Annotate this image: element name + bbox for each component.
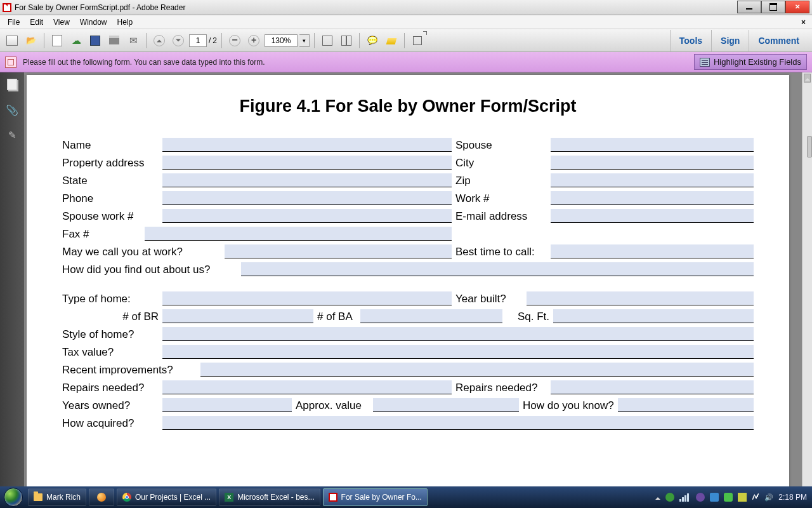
export-pdf-button[interactable] [4,32,20,49]
field-find-out[interactable] [241,262,754,276]
label-fax: Fax # [62,228,145,241]
taskbar-item-chrome[interactable]: Our Projects | Excel ... [117,488,216,506]
network-signal-icon[interactable] [679,493,691,502]
tray-app-icon[interactable] [696,493,705,502]
separator [221,33,222,48]
menu-view[interactable]: View [48,17,75,28]
field-spouse-work[interactable] [162,209,452,223]
zoom-dropdown-button[interactable]: ▾ [299,34,310,47]
zoom-out-button[interactable] [226,32,243,49]
attachments-tab-icon[interactable] [5,103,19,117]
field-best-time[interactable] [551,244,754,258]
page-up-button[interactable] [151,32,167,49]
taskbar-item-firefox[interactable] [89,488,114,506]
field-sqft[interactable] [553,309,754,323]
window-minimize-button[interactable] [737,1,761,13]
field-style[interactable] [162,327,754,341]
signatures-tab-icon[interactable] [5,128,19,142]
field-repairs1[interactable] [162,380,452,394]
create-pdf-button[interactable] [49,32,65,49]
scroll-grip[interactable] [807,136,812,157]
tray-battery-icon[interactable]: 🗲 [752,493,759,502]
field-call-work[interactable] [225,244,452,258]
zoom-in-button[interactable] [246,32,262,49]
field-acquired[interactable] [162,416,754,430]
label-taxval: Tax value? [62,346,162,359]
separator [44,33,44,48]
adobe-reader-icon [329,493,337,502]
field-phone[interactable] [162,191,452,205]
field-fax[interactable] [145,227,452,241]
separator [404,33,405,48]
menu-help[interactable]: Help [112,17,138,28]
cloud-button[interactable] [68,32,84,49]
label-spouse-work: Spouse work # [62,210,162,223]
menu-window[interactable]: Window [75,17,112,28]
firefox-icon [97,493,106,502]
document-close-button[interactable]: × [797,18,809,27]
field-how-know[interactable] [618,398,754,412]
tray-status-icon[interactable] [665,493,674,502]
field-work[interactable] [551,191,754,205]
field-zip[interactable] [551,173,754,187]
highlight-fields-icon [700,58,710,67]
vertical-scrollbar[interactable] [802,72,812,486]
main-toolbar: / 2 ▾ Tools Sign Comment [0,29,812,52]
document-viewport[interactable]: Figure 4.1 For Sale by Owner Form/Script… [24,72,812,486]
comment-panel-link[interactable]: Comment [749,30,808,51]
thumbnails-tab-icon[interactable] [5,77,19,91]
field-ba[interactable] [360,309,502,323]
tray-app2-icon[interactable] [710,493,719,502]
scrollbar-up-button[interactable] [804,74,811,83]
sign-panel-link[interactable]: Sign [711,30,749,51]
label-ba: # of BA [313,311,360,323]
field-type-home[interactable] [162,291,452,305]
tray-show-hidden-icon[interactable] [655,495,660,500]
highlight-fields-button[interactable]: Highlight Existing Fields [694,54,807,70]
field-approx-val[interactable] [373,398,519,412]
highlight-button[interactable] [383,32,400,49]
zoom-input[interactable] [265,34,298,47]
field-improvements[interactable] [200,363,754,377]
fit-width-button[interactable] [338,32,355,49]
tray-volume-icon[interactable]: 🔊 [764,493,773,502]
separator [359,33,360,48]
field-prop-addr[interactable] [162,156,452,170]
window-close-button[interactable] [785,1,809,13]
tools-panel-link[interactable]: Tools [670,30,711,51]
field-name[interactable] [162,138,452,152]
add-comment-button[interactable] [364,32,381,49]
taskbar-item-excel[interactable]: X Microsoft Excel - bes... [219,488,320,506]
field-years-owned[interactable] [162,398,292,412]
print-button[interactable] [106,32,122,49]
page-down-button[interactable] [170,32,187,49]
label-repairs1: Repairs needed? [62,382,162,394]
menu-file[interactable]: File [3,17,25,28]
taskbar-item-adobe[interactable]: For Sale by Owner Fo... [323,488,428,506]
label-zip: Zip [452,175,551,187]
field-year-built[interactable] [527,291,754,305]
menu-edit[interactable]: Edit [25,17,48,28]
field-repairs2[interactable] [551,380,754,394]
field-spouse[interactable] [551,138,754,152]
start-button[interactable] [0,486,27,508]
field-taxval[interactable] [162,345,754,359]
field-city[interactable] [551,156,754,170]
taskbar-item-explorer[interactable]: Mark Rich [28,488,86,506]
form-heading: Figure 4.1 For Sale by Owner Form/Script [62,97,754,116]
taskbar-item-label: Mark Rich [46,493,81,502]
read-mode-button[interactable] [409,32,426,49]
fit-page-button[interactable] [319,32,336,49]
window-maximize-button[interactable] [761,1,785,13]
page-number-input[interactable] [189,34,207,47]
field-email[interactable] [551,209,754,223]
save-button[interactable] [87,32,103,49]
field-br[interactable] [162,309,313,323]
open-button[interactable] [23,32,39,49]
form-info-text: Please fill out the following form. You … [23,58,265,67]
email-button[interactable] [125,32,141,49]
tray-app4-icon[interactable] [738,493,747,502]
tray-app3-icon[interactable] [724,493,733,502]
field-state[interactable] [162,173,452,187]
tray-clock[interactable]: 2:18 PM [778,493,807,502]
